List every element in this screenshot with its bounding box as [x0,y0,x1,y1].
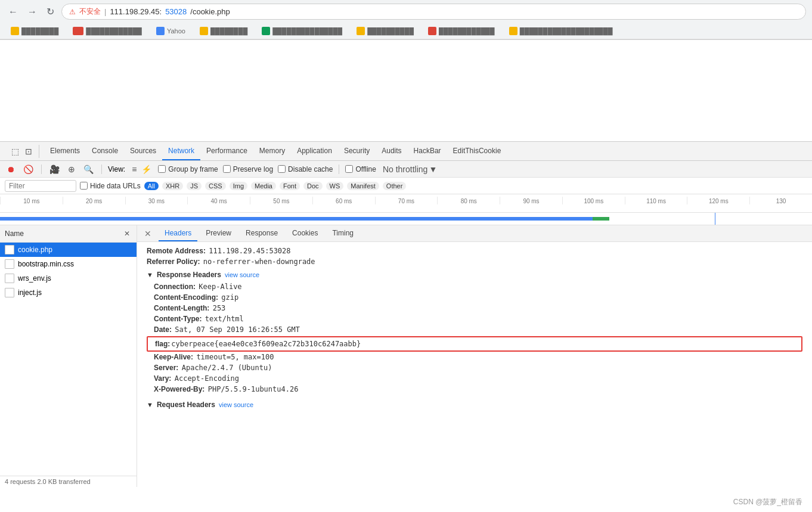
back-button[interactable]: ← [6,4,20,20]
filter-tag-xhr[interactable]: XHR [162,182,183,190]
timeline-waterfall [0,213,812,225]
tab-console[interactable]: Console [86,142,124,160]
request-headers-label: Request Headers [157,401,215,409]
view-source-link[interactable]: view source [225,271,259,278]
waterfall-view-button[interactable]: ⚡ [140,163,153,176]
filter-tag-font[interactable]: Font [280,182,300,190]
referrer-policy-key: Referrer Policy: [147,257,200,266]
keep-alive-key: Keep-Alive: [154,353,193,361]
tab-network[interactable]: Network [162,142,200,160]
bookmark-item[interactable]: ████████████ [423,26,500,36]
bookmark-item[interactable]: ███████████████ [257,26,347,36]
file-item-cookie-php[interactable]: cookie.php [0,243,137,257]
refresh-button[interactable]: ↻ [44,4,57,20]
status-bar: 4 requests 2.0 KB transferred [0,476,137,487]
connection-value: Keep-Alive [199,283,241,291]
tab-performance[interactable]: Performance [200,142,253,160]
network-toolbar: ⏺ 🚫 🎥 ⊕ 🔍 View: ≡ ⚡ Group by frame Prese… [0,161,812,178]
x-powered-by-key: X-Powered-By: [154,385,204,393]
file-item-inject-js[interactable]: inject.js [0,286,137,300]
tab-hackbar[interactable]: HackBar [408,142,447,160]
filter-tag-doc[interactable]: Doc [303,182,323,190]
file-icon [5,288,14,297]
address-bar[interactable]: ⚠ 不安全 | 111.198.29.45:53028/cookie.php [61,4,806,20]
content-length-row: Content-Length: 253 [147,304,802,312]
tab-elements[interactable]: Elements [44,142,86,160]
tab-audits[interactable]: Audits [376,142,407,160]
url-port: 53028 [165,7,187,16]
x-powered-by-row: X-Powered-By: PHP/5.5.9-1ubuntu4.26 [147,385,802,393]
panel-tab-cookies[interactable]: Cookies [286,225,324,241]
clear-button[interactable]: 🚫 [21,163,35,176]
throttling-dropdown[interactable]: No throttling ▼ [381,163,439,176]
filter-input[interactable] [5,180,76,192]
device-toolbar-button[interactable]: ⊡ [23,145,34,158]
filter-tag-media[interactable]: Media [251,182,276,190]
close-panel-button[interactable]: ✕ [142,228,154,240]
panel-tab-timing[interactable]: Timing [326,225,359,241]
tab-security[interactable]: Security [338,142,376,160]
file-item-bootstrap-css[interactable]: bootstrap.min.css [0,257,137,271]
insecure-label: 不安全 [79,7,101,17]
filter-tag-js[interactable]: JS [187,182,202,190]
tick-130ms: 130 [749,197,812,204]
flag-row: flag: cyberpeace{eae4e0ce3f609ea2c72b310… [147,336,802,352]
tick-120ms: 120 ms [687,197,749,204]
bookmark-item[interactable]: Yahoo [151,26,190,36]
bookmark-item[interactable]: ████████████████████ [504,26,618,36]
filter-row: Hide data URLs All XHR JS CSS Img Media … [0,178,812,194]
referrer-policy-row: Referrer Policy: no-referrer-when-downgr… [147,257,802,266]
filter-tag-other[interactable]: Other [383,182,407,190]
filter-tag-ws[interactable]: WS [326,182,344,190]
record-button[interactable]: ⏺ [5,163,17,176]
search-button[interactable]: 🔍 [82,163,95,176]
bookmark-item[interactable]: ████████████ [68,26,147,36]
bookmark-item[interactable]: ██████████ [352,26,419,36]
filter-tag-img[interactable]: Img [230,182,247,190]
remote-address-key: Remote Address: [147,247,206,255]
devtools-icon-group: ⬚ ⊡ [5,145,39,158]
content-encoding-row: Content-Encoding: gzip [147,293,802,302]
request-view-source-link[interactable]: view source [219,401,253,408]
panel-tab-response[interactable]: Response [240,225,284,241]
filter-tag-css[interactable]: CSS [205,182,226,190]
tab-sources[interactable]: Sources [124,142,162,160]
tab-editthiscookie[interactable]: EditThisCookie [447,142,507,160]
tab-application[interactable]: Application [291,142,338,160]
disable-cache-checkbox[interactable]: Disable cache [278,165,333,173]
bookmarks-bar: ████████ ████████████ Yahoo ████████ ███… [0,23,812,39]
tab-memory[interactable]: Memory [253,142,291,160]
view-label: View: [108,165,125,173]
filter-tag-manifest[interactable]: Manifest [347,182,379,190]
file-item-wrs-env[interactable]: wrs_env.js [0,271,137,286]
flag-value: cyberpeace{eae4e0ce3f609ea2c72b310c6247a… [171,340,361,348]
response-headers-title: ▼ Response Headers view source [147,271,802,279]
hide-data-urls-checkbox[interactable]: Hide data URLs [80,182,141,190]
camera-button[interactable]: 🎥 [48,163,61,176]
list-view-button[interactable]: ≡ [130,163,138,176]
select-element-button[interactable]: ⬚ [10,145,21,158]
filter-button[interactable]: ⊕ [66,163,77,176]
panel-tab-preview[interactable]: Preview [200,225,237,241]
forward-button[interactable]: → [25,4,39,20]
x-powered-by-value: PHP/5.5.9-1ubuntu4.26 [208,385,299,393]
preserve-log-checkbox[interactable]: Preserve log [223,165,273,173]
offline-checkbox[interactable]: Offline [345,165,376,173]
section-triangle: ▼ [147,271,153,278]
toolbar-separator [101,165,102,174]
tick-30ms: 30 ms [125,197,188,204]
group-by-frame-checkbox[interactable]: Group by frame [158,165,218,173]
file-name: inject.js [18,288,42,297]
file-icon [5,245,14,255]
bookmark-item[interactable]: ████████ [6,26,63,36]
tick-60ms: 60 ms [312,197,375,204]
content-type-row: Content-Type: text/html [147,315,802,323]
panel-tab-headers[interactable]: Headers [159,225,197,241]
close-panel-button[interactable]: ✕ [122,228,132,240]
bookmark-item[interactable]: ████████ [195,26,252,36]
headers-content: Remote Address: 111.198.29.45:53028 Refe… [137,242,812,487]
filter-tag-all[interactable]: All [144,182,159,190]
view-icons: ≡ ⚡ [130,163,153,176]
date-row: Date: Sat, 07 Sep 2019 16:26:55 GMT [147,325,802,334]
file-list: cookie.php bootstrap.min.css wrs_env.js … [0,243,137,476]
